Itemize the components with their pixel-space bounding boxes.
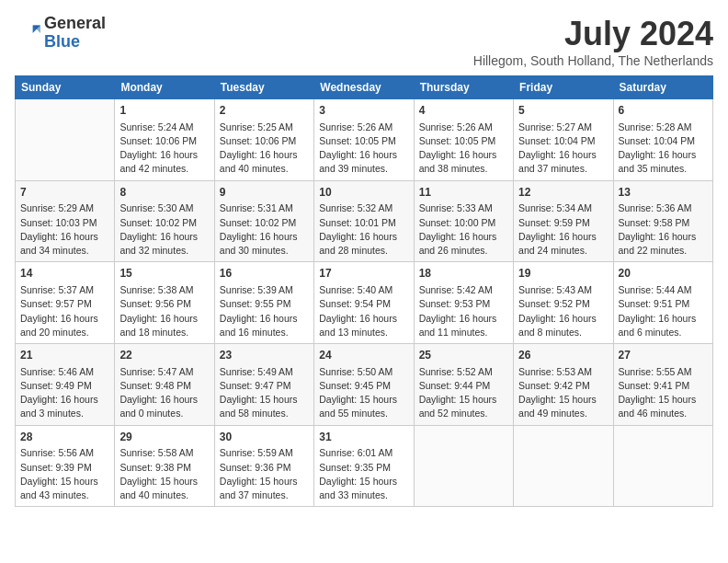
calendar-day-cell: 30Sunrise: 5:59 AM Sunset: 9:36 PM Dayli… [214, 425, 313, 507]
day-number: 7 [20, 185, 109, 201]
logo-general-text: General [44, 15, 106, 33]
day-info: Sunrise: 5:31 AM Sunset: 10:02 PM Daylig… [220, 201, 309, 258]
calendar-table: SundayMondayTuesdayWednesdayThursdayFrid… [15, 75, 713, 507]
day-number: 18 [419, 266, 508, 282]
calendar-day-cell: 25Sunrise: 5:52 AM Sunset: 9:44 PM Dayli… [414, 344, 513, 426]
weekday-header: Tuesday [214, 76, 313, 99]
calendar-day-cell: 8Sunrise: 5:30 AM Sunset: 10:02 PM Dayli… [115, 180, 214, 262]
day-number: 14 [20, 266, 109, 282]
calendar-week-row: 14Sunrise: 5:37 AM Sunset: 9:57 PM Dayli… [16, 262, 713, 344]
day-number: 21 [20, 348, 109, 363]
calendar-day-cell: 31Sunrise: 6:01 AM Sunset: 9:35 PM Dayli… [314, 425, 414, 507]
calendar-header-row: SundayMondayTuesdayWednesdayThursdayFrid… [16, 76, 713, 99]
day-info: Sunrise: 5:29 AM Sunset: 10:03 PM Daylig… [20, 201, 109, 258]
day-number: 16 [220, 266, 309, 282]
day-info: Sunrise: 5:53 AM Sunset: 9:42 PM Dayligh… [518, 365, 608, 421]
day-info: Sunrise: 5:37 AM Sunset: 9:57 PM Dayligh… [20, 283, 109, 339]
calendar-day-cell: 29Sunrise: 5:58 AM Sunset: 9:38 PM Dayli… [115, 425, 214, 507]
day-number: 1 [119, 103, 209, 119]
weekday-header: Monday [115, 76, 214, 99]
calendar-day-cell: 5Sunrise: 5:27 AM Sunset: 10:04 PM Dayli… [514, 99, 613, 181]
day-info: Sunrise: 5:26 AM Sunset: 10:05 PM Daylig… [419, 121, 508, 177]
calendar-day-cell: 7Sunrise: 5:29 AM Sunset: 10:03 PM Dayli… [16, 180, 115, 262]
day-info: Sunrise: 5:52 AM Sunset: 9:44 PM Dayligh… [419, 365, 508, 421]
calendar-day-cell: 12Sunrise: 5:34 AM Sunset: 9:59 PM Dayli… [514, 180, 613, 262]
day-number: 15 [119, 266, 209, 282]
calendar-day-cell: 18Sunrise: 5:42 AM Sunset: 9:53 PM Dayli… [414, 262, 513, 344]
day-info: Sunrise: 5:32 AM Sunset: 10:01 PM Daylig… [319, 201, 408, 258]
month-year: July 2024 [473, 15, 713, 53]
calendar-day-cell [414, 425, 513, 507]
calendar-day-cell: 13Sunrise: 5:36 AM Sunset: 9:58 PM Dayli… [613, 180, 712, 262]
calendar-day-cell: 10Sunrise: 5:32 AM Sunset: 10:01 PM Dayl… [314, 180, 414, 262]
day-info: Sunrise: 5:24 AM Sunset: 10:06 PM Daylig… [119, 121, 209, 177]
day-number: 23 [220, 348, 309, 363]
day-info: Sunrise: 5:27 AM Sunset: 10:04 PM Daylig… [518, 121, 608, 177]
day-info: Sunrise: 5:56 AM Sunset: 9:39 PM Dayligh… [20, 446, 109, 502]
day-number: 19 [518, 266, 608, 282]
page-header: General Blue July 2024 Hillegom, South H… [15, 15, 713, 68]
weekday-header: Friday [514, 76, 613, 99]
calendar-day-cell: 6Sunrise: 5:28 AM Sunset: 10:04 PM Dayli… [613, 99, 712, 181]
day-number: 28 [20, 430, 109, 445]
day-info: Sunrise: 5:38 AM Sunset: 9:56 PM Dayligh… [119, 283, 209, 339]
calendar-day-cell: 16Sunrise: 5:39 AM Sunset: 9:55 PM Dayli… [214, 262, 313, 344]
calendar-day-cell: 14Sunrise: 5:37 AM Sunset: 9:57 PM Dayli… [16, 262, 115, 344]
day-info: Sunrise: 5:55 AM Sunset: 9:41 PM Dayligh… [619, 365, 708, 421]
calendar-day-cell: 22Sunrise: 5:47 AM Sunset: 9:48 PM Dayli… [115, 344, 214, 426]
day-number: 26 [518, 348, 608, 363]
day-info: Sunrise: 5:36 AM Sunset: 9:58 PM Dayligh… [619, 201, 708, 258]
day-number: 2 [220, 103, 309, 119]
calendar-day-cell: 24Sunrise: 5:50 AM Sunset: 9:45 PM Dayli… [314, 344, 414, 426]
calendar-day-cell [514, 425, 613, 507]
calendar-week-row: 1Sunrise: 5:24 AM Sunset: 10:06 PM Dayli… [16, 99, 713, 181]
day-number: 5 [518, 103, 608, 119]
calendar-day-cell: 9Sunrise: 5:31 AM Sunset: 10:02 PM Dayli… [214, 180, 313, 262]
calendar-day-cell [16, 99, 115, 181]
day-number: 30 [220, 430, 309, 445]
calendar-day-cell: 20Sunrise: 5:44 AM Sunset: 9:51 PM Dayli… [613, 262, 712, 344]
day-info: Sunrise: 5:59 AM Sunset: 9:36 PM Dayligh… [220, 446, 309, 502]
day-info: Sunrise: 5:49 AM Sunset: 9:47 PM Dayligh… [220, 365, 309, 421]
day-number: 12 [518, 185, 608, 201]
day-number: 25 [419, 348, 508, 363]
calendar-day-cell [613, 425, 712, 507]
day-number: 29 [119, 430, 209, 445]
calendar-day-cell: 21Sunrise: 5:46 AM Sunset: 9:49 PM Dayli… [16, 344, 115, 426]
weekday-header: Saturday [613, 76, 712, 99]
day-info: Sunrise: 5:58 AM Sunset: 9:38 PM Dayligh… [119, 446, 209, 502]
day-info: Sunrise: 6:01 AM Sunset: 9:35 PM Dayligh… [319, 446, 408, 502]
day-number: 31 [319, 430, 408, 445]
day-info: Sunrise: 5:25 AM Sunset: 10:06 PM Daylig… [220, 121, 309, 177]
logo-blue-text: Blue [44, 33, 106, 52]
calendar-day-cell: 3Sunrise: 5:26 AM Sunset: 10:05 PM Dayli… [314, 99, 414, 181]
calendar-week-row: 7Sunrise: 5:29 AM Sunset: 10:03 PM Dayli… [16, 180, 713, 262]
day-info: Sunrise: 5:39 AM Sunset: 9:55 PM Dayligh… [220, 283, 309, 339]
calendar-week-row: 21Sunrise: 5:46 AM Sunset: 9:49 PM Dayli… [16, 344, 713, 426]
weekday-header: Sunday [16, 76, 115, 99]
calendar-day-cell: 15Sunrise: 5:38 AM Sunset: 9:56 PM Dayli… [115, 262, 214, 344]
weekday-header: Wednesday [314, 76, 414, 99]
day-number: 24 [319, 348, 408, 363]
day-info: Sunrise: 5:43 AM Sunset: 9:52 PM Dayligh… [518, 283, 608, 339]
calendar-day-cell: 17Sunrise: 5:40 AM Sunset: 9:54 PM Dayli… [314, 262, 414, 344]
calendar-day-cell: 1Sunrise: 5:24 AM Sunset: 10:06 PM Dayli… [115, 99, 214, 181]
day-info: Sunrise: 5:50 AM Sunset: 9:45 PM Dayligh… [319, 365, 408, 421]
day-info: Sunrise: 5:40 AM Sunset: 9:54 PM Dayligh… [319, 283, 408, 339]
logo-icon [15, 20, 40, 46]
calendar-day-cell: 28Sunrise: 5:56 AM Sunset: 9:39 PM Dayli… [16, 425, 115, 507]
weekday-header: Thursday [414, 76, 513, 99]
day-number: 8 [119, 185, 209, 201]
day-number: 20 [619, 266, 708, 282]
calendar-day-cell: 27Sunrise: 5:55 AM Sunset: 9:41 PM Dayli… [613, 344, 712, 426]
location: Hillegom, South Holland, The Netherlands [473, 53, 713, 68]
day-number: 4 [419, 103, 508, 119]
day-number: 27 [619, 348, 708, 363]
day-info: Sunrise: 5:28 AM Sunset: 10:04 PM Daylig… [619, 121, 708, 177]
title-block: July 2024 Hillegom, South Holland, The N… [473, 15, 713, 68]
day-number: 10 [319, 185, 408, 201]
day-number: 22 [119, 348, 209, 363]
day-number: 6 [619, 103, 708, 119]
calendar-day-cell: 4Sunrise: 5:26 AM Sunset: 10:05 PM Dayli… [414, 99, 513, 181]
day-info: Sunrise: 5:33 AM Sunset: 10:00 PM Daylig… [419, 201, 508, 258]
